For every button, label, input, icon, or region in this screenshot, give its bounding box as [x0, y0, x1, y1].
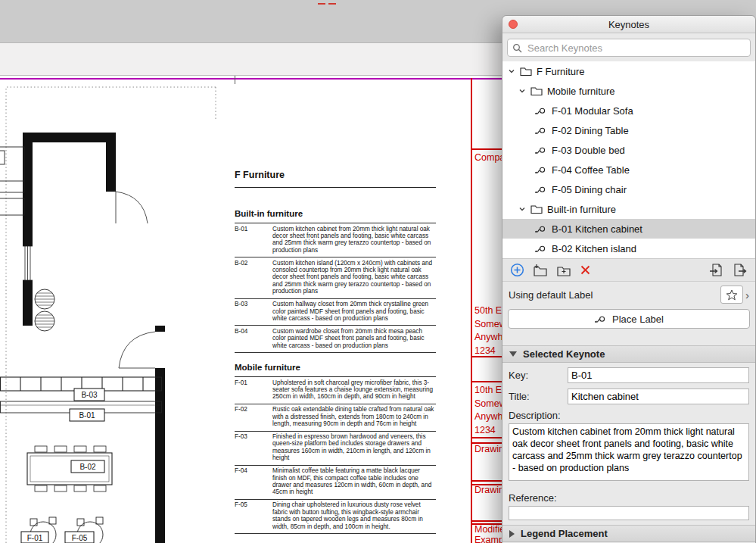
bed — [0, 147, 24, 215]
tree-item-label: F Furniture — [537, 66, 585, 77]
chevron-right-icon[interactable]: › — [745, 289, 749, 301]
tree-item-label: Mobile furniture — [547, 86, 615, 97]
tree-item-mobile-furniture[interactable]: Mobile furniture — [502, 81, 755, 101]
legend-placement-header[interactable]: Legend Placement — [502, 525, 755, 542]
legend-entry: B-01 Custom kitchen cabinet from 20mm th… — [235, 223, 436, 257]
chevron-down-icon[interactable] — [518, 205, 526, 213]
tree-item-f03[interactable]: F-03 Double bed — [502, 140, 755, 160]
keynote-icon — [534, 145, 547, 154]
keynote-icon — [534, 185, 547, 194]
titleblock-line — [471, 381, 505, 382]
legend-item-key: F-04 — [235, 467, 272, 496]
reference-label: Reference: — [509, 492, 749, 504]
key-field[interactable] — [568, 367, 749, 383]
tree-item-label: Built-in furniture — [547, 204, 616, 215]
search-area — [502, 33, 755, 61]
folder-icon — [530, 86, 543, 96]
search-icon — [512, 43, 522, 53]
layout-guide-line — [0, 78, 502, 80]
tree-item-f-furniture[interactable]: F Furniture — [502, 61, 755, 81]
legend-item-key: F-02 — [235, 406, 272, 427]
place-label-button[interactable]: Place Label — [508, 309, 750, 329]
label-favorite-button[interactable] — [720, 286, 743, 304]
search-input[interactable] — [526, 42, 745, 55]
place-label-area: Place Label — [502, 307, 755, 333]
selected-keynote-header[interactable]: Selected Keynote — [502, 345, 755, 363]
app-screen: B-03 B-01 B-02 F-01 F-05 F Furniture Bui… — [0, 0, 756, 543]
legend-item-key: B-01 — [235, 226, 272, 254]
legend-placement-header-text: Legend Placement — [521, 528, 608, 539]
legend-entry: B-02 Custom kitchen island (120cm x 240c… — [235, 257, 436, 299]
legend-title: F Furniture — [235, 170, 436, 188]
plan-label-b02[interactable]: B-02 — [79, 463, 96, 471]
window — [23, 246, 33, 280]
tree-item-built-in-furniture[interactable]: Built-in furniture — [502, 199, 755, 219]
delete-keynote-button[interactable] — [580, 264, 591, 276]
legend-item-desc: Upholstered in soft charcoal grey microf… — [272, 379, 436, 401]
legend-item-key: B-03 — [235, 301, 272, 322]
plan-label-f05[interactable]: F-05 — [72, 534, 88, 542]
legend-entry: F-01 Upholstered in soft charcoal grey m… — [235, 377, 436, 404]
title-field[interactable] — [568, 389, 749, 404]
keynote-icon — [534, 244, 547, 253]
add-keynote-to-folder-button[interactable] — [556, 264, 571, 277]
titleblock-line — [471, 437, 505, 438]
description-field[interactable]: Custom kitchen cabinet from 20mm thick l… — [509, 423, 749, 481]
legend-item-key: F-03 — [235, 433, 272, 462]
keynote-icon — [534, 224, 547, 233]
legend-item-desc: Minimalist coffee table featuring a matt… — [272, 467, 436, 496]
tree-item-b01-selected[interactable]: B-01 Kitchen cabinet — [502, 219, 755, 239]
import-keynotes-button[interactable] — [709, 263, 724, 277]
plan-label-f01[interactable]: F-01 — [27, 534, 43, 542]
legend-item-desc: Dining chair upholstered in luxurious du… — [272, 501, 436, 530]
door-arcs — [116, 192, 155, 368]
reference-field[interactable] — [509, 506, 749, 520]
tree-item-label: F-04 Coffee Table — [552, 164, 630, 176]
plan-labels: B-03 B-01 B-02 F-01 F-05 — [21, 389, 104, 543]
keynote-icon — [594, 314, 607, 323]
tree-item-label: F-02 Dining Table — [552, 125, 629, 136]
add-keynote-button[interactable] — [510, 263, 524, 277]
star-icon — [726, 289, 738, 301]
legend-item-desc: Custom kitchen cabinet from 20mm thick l… — [272, 226, 436, 254]
titleblock-text: Examp — [474, 535, 504, 543]
chevron-down-icon[interactable] — [518, 87, 526, 95]
triangle-right-icon — [509, 530, 515, 538]
tree-item-b02[interactable]: B-02 Kitchen island — [502, 239, 755, 258]
plant-circles — [35, 289, 54, 331]
legend-entry: F-05 Dining chair upholstered in luxurio… — [235, 500, 436, 534]
chevron-down-icon[interactable] — [508, 67, 515, 75]
plan-label-b01[interactable]: B-01 — [79, 411, 95, 420]
legend-item-key: B-04 — [235, 328, 272, 349]
furniture-legend[interactable]: F Furniture Built-in furniture B-01 Cust… — [235, 170, 436, 534]
tree-item-f04[interactable]: F-04 Coffee Table — [502, 160, 755, 179]
legend-item-key: B-02 — [235, 260, 272, 295]
legend-item-desc: Finished in espresso brown hardwood and … — [272, 433, 436, 462]
keynote-icon — [534, 126, 547, 135]
titleblock-text: 1234 — [474, 345, 496, 356]
panel-titlebar: Keynotes — [502, 16, 755, 33]
red-mark — [318, 3, 325, 5]
floor-plan[interactable]: B-03 B-01 B-02 F-01 F-05 — [0, 82, 235, 543]
layout-guide-tick — [235, 76, 235, 84]
legend-entry: F-04 Minimalist coffee table featuring a… — [235, 466, 436, 500]
new-folder-button[interactable] — [533, 264, 548, 277]
legend-section-heading: Mobile furniture — [235, 363, 436, 377]
close-button[interactable] — [509, 20, 518, 29]
legend-section-mobile: Mobile furniture F-01 Upholstered in sof… — [235, 363, 436, 534]
tree-item-f01[interactable]: F-01 Modular Sofa — [502, 101, 755, 120]
titleblock-line — [471, 480, 505, 482]
keynote-icon — [534, 165, 547, 174]
legend-section-built-in: Built-in furniture B-01 Custom kitchen c… — [235, 209, 436, 353]
tree-toolbar — [502, 259, 755, 282]
selected-keynote-header-text: Selected Keynote — [523, 348, 605, 360]
triangle-down-icon — [509, 351, 517, 357]
tree-item-label: F-05 Dining chair — [552, 184, 627, 195]
tree-item-label: F-03 Double bed — [552, 145, 625, 156]
key-label: Key: — [509, 370, 568, 381]
export-keynotes-button[interactable] — [733, 263, 748, 277]
plan-label-b03[interactable]: B-03 — [81, 391, 98, 399]
tree-item-f02[interactable]: F-02 Dining Table — [502, 120, 755, 140]
selected-keynote-form: Key: Title: Description: Custom kitchen … — [502, 363, 755, 525]
tree-item-f05[interactable]: F-05 Dining chair — [502, 179, 755, 199]
